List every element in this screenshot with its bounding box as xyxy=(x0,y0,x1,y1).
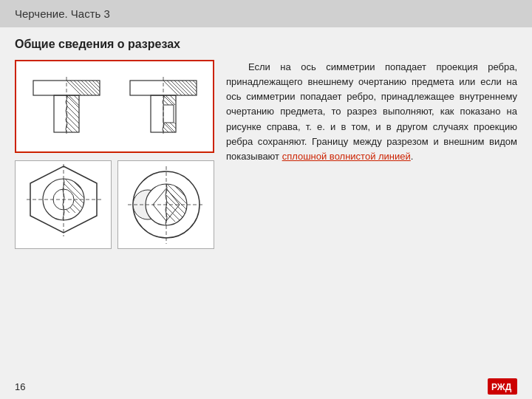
svg-line-46 xyxy=(166,123,176,133)
svg-line-13 xyxy=(66,95,79,108)
svg-line-31 xyxy=(178,81,197,99)
bottom-drawings-row xyxy=(15,160,214,249)
svg-text:РЖД: РЖД xyxy=(491,382,512,392)
page-title: Черчение. Часть 3 xyxy=(15,7,110,20)
svg-line-35 xyxy=(193,81,197,84)
content-area: Общие сведения о разрезах xyxy=(0,27,532,374)
svg-line-10 xyxy=(92,81,100,88)
svg-rect-25 xyxy=(163,105,174,123)
svg-line-21 xyxy=(74,95,79,100)
rzd-logo: РЖД xyxy=(488,378,517,395)
main-row: Если на ось симметрии попадает проекция … xyxy=(15,60,517,366)
svg-line-32 xyxy=(182,81,197,95)
drawing-top-left xyxy=(21,66,112,147)
drawing-top-right xyxy=(117,66,208,147)
svg-line-11 xyxy=(96,81,100,84)
left-panel xyxy=(15,60,214,366)
svg-line-14 xyxy=(66,100,79,113)
svg-line-7 xyxy=(81,81,100,99)
period: . xyxy=(411,151,414,162)
top-drawings xyxy=(15,60,214,153)
svg-line-16 xyxy=(66,111,79,123)
right-panel: Если на ось симметрии попадает проекция … xyxy=(226,60,517,366)
section-title: Общие сведения о разрезах xyxy=(15,38,517,51)
paragraph-text: Если на ось симметрии попадает проекция … xyxy=(226,61,517,162)
footer-bar: 16 РЖД xyxy=(0,374,532,399)
drawing-bottom-left xyxy=(15,160,112,249)
page-container: Черчение. Часть 3 Общие сведения о разре… xyxy=(0,0,532,399)
page-number: 16 xyxy=(15,381,25,392)
svg-line-8 xyxy=(85,81,100,95)
link-wavy-line[interactable]: сплошной волнистой линией xyxy=(282,151,411,162)
svg-line-34 xyxy=(189,81,197,88)
svg-line-15 xyxy=(66,106,79,118)
drawing-bottom-right xyxy=(117,160,214,249)
svg-line-17 xyxy=(66,116,79,129)
svg-line-3 xyxy=(66,81,100,114)
svg-line-19 xyxy=(66,126,76,136)
svg-line-41 xyxy=(166,95,176,106)
body-paragraph: Если на ось симметрии попадает проекция … xyxy=(226,60,517,164)
header-bar: Черчение. Часть 3 xyxy=(0,0,532,27)
